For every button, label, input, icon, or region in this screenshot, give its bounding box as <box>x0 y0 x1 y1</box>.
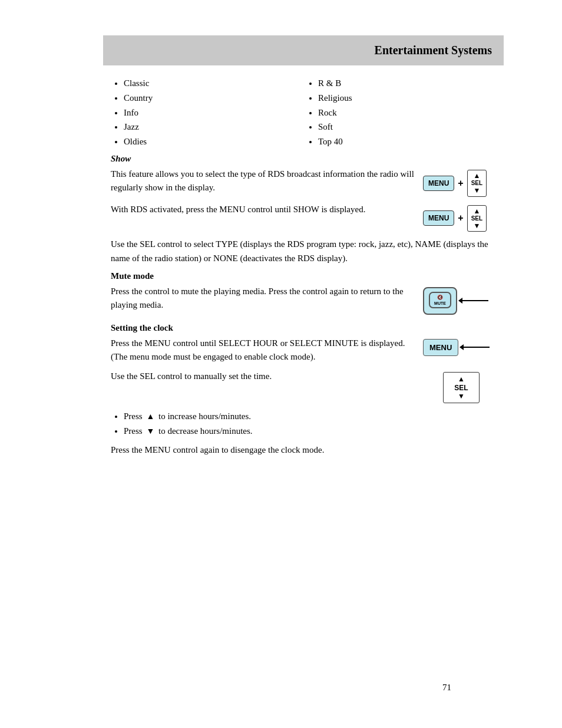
sel-arrow-down-icon: ▼ <box>458 392 465 400</box>
mute-svg: 🔇 MUTE <box>429 292 451 308</box>
list-item: Top 40 <box>318 134 500 149</box>
show-description: This feature allows you to select the ty… <box>111 167 417 197</box>
sel-large-block: ▲ SEL ▼ <box>443 372 479 403</box>
bullet-col-left: Classic Country Info Jazz Oldies <box>111 76 305 149</box>
left-bullet-list: Classic Country Info Jazz Oldies <box>111 76 305 149</box>
mute-diagram: 🔇 MUTE <box>423 285 500 315</box>
menu-sel-diagram-1: MENU + ▲ SEL ▼ <box>423 170 487 197</box>
show-rds-text: With RDS activated, press the MENU contr… <box>111 203 417 232</box>
arrow-down-icon: ▼ <box>473 186 480 195</box>
show-diagram-1: MENU + ▲ SEL ▼ <box>423 167 500 197</box>
press-decrease-suffix: to decrease hours/minutes. <box>158 426 253 436</box>
bullet-col-right: R & B Religious Rock Soft Top 40 <box>305 76 500 149</box>
bullet-list-section: Classic Country Info Jazz Oldies R & B R… <box>111 76 500 149</box>
list-item: Jazz <box>124 120 305 134</box>
press-decrease-prefix: Press <box>124 426 143 436</box>
menu-button-icon: MENU <box>423 176 454 191</box>
list-item: Religious <box>318 91 500 106</box>
sel-label-2: SEL <box>471 215 482 222</box>
show-diagram-2: MENU + ▲ SEL ▼ <box>423 203 500 232</box>
triangle-down-icon: ▼ <box>146 427 154 436</box>
page-title: Entertainment Systems <box>375 44 492 57</box>
mute-section: Press the control to mute the playing me… <box>111 285 500 315</box>
show-sel-text: Use the SEL control to select TYPE (disp… <box>111 238 500 265</box>
show-label: Show <box>111 154 500 164</box>
plus-icon: + <box>458 178 463 189</box>
list-item: R & B <box>318 76 500 91</box>
svg-text:🔇: 🔇 <box>437 294 443 300</box>
press-increase-suffix: to increase hours/minutes. <box>158 411 251 421</box>
svg-text:MUTE: MUTE <box>434 301 446 305</box>
press-list: Press ▲ to increase hours/minutes. Press… <box>111 409 500 439</box>
arrow-down-icon-2: ▼ <box>473 222 480 230</box>
press-increase-item: Press ▲ to increase hours/minutes. <box>124 409 500 424</box>
sel-large-label: SEL <box>454 384 468 392</box>
list-item: Rock <box>318 106 500 120</box>
sel-large-diagram: ▲ SEL ▼ <box>423 370 500 403</box>
list-item: Soft <box>318 120 500 134</box>
list-item: Oldies <box>124 134 305 149</box>
menu-button-clock-icon: MENU <box>423 339 458 356</box>
clock-heading: Setting the clock <box>111 323 500 333</box>
mute-mode-heading: Mute mode <box>111 271 500 281</box>
sel-block-1: ▲ SEL ▼ <box>467 170 487 197</box>
page-number: 71 <box>442 683 451 693</box>
list-item: Info <box>124 106 305 120</box>
sel-block-2: ▲ SEL ▼ <box>467 205 487 232</box>
clock-section: Press the MENU control until SELECT HOUR… <box>111 337 500 364</box>
clock-final-text: Press the MENU control again to disengag… <box>111 443 500 457</box>
menu-button-icon-2: MENU <box>423 210 454 226</box>
show-section-2: With RDS activated, press the MENU contr… <box>111 203 500 232</box>
clock-arrow-line <box>463 347 490 348</box>
list-item: Country <box>124 91 305 106</box>
mute-description: Press the control to mute the playing me… <box>111 285 417 312</box>
mute-arrow-line <box>462 300 488 301</box>
sel-section: Use the SEL control to manually set the … <box>111 370 500 403</box>
menu-sel-diagram-2: MENU + ▲ SEL ▼ <box>423 205 487 232</box>
clock-description: Press the MENU control until SELECT HOUR… <box>111 337 417 364</box>
show-section-1: This feature allows you to select the ty… <box>111 167 500 197</box>
header-banner: Entertainment Systems <box>103 35 504 65</box>
arrow-up-icon: ▲ <box>473 172 480 180</box>
sel-description: Use the SEL control to manually set the … <box>111 370 417 383</box>
sel-label-1: SEL <box>471 180 482 186</box>
press-increase-prefix: Press <box>124 411 143 421</box>
sel-arrow-up-icon: ▲ <box>458 375 465 383</box>
arrow-up-icon-2: ▲ <box>473 207 480 215</box>
mute-button-icon: 🔇 MUTE <box>423 287 457 315</box>
press-decrease-item: Press ▼ to decrease hours/minutes. <box>124 424 500 439</box>
content-area: Classic Country Info Jazz Oldies R & B R… <box>111 76 500 457</box>
right-bullet-list: R & B Religious Rock Soft Top 40 <box>305 76 500 149</box>
list-item: Classic <box>124 76 305 91</box>
plus-icon-2: + <box>458 213 463 223</box>
clock-diagram: MENU <box>423 337 500 356</box>
triangle-up-icon: ▲ <box>146 412 154 421</box>
